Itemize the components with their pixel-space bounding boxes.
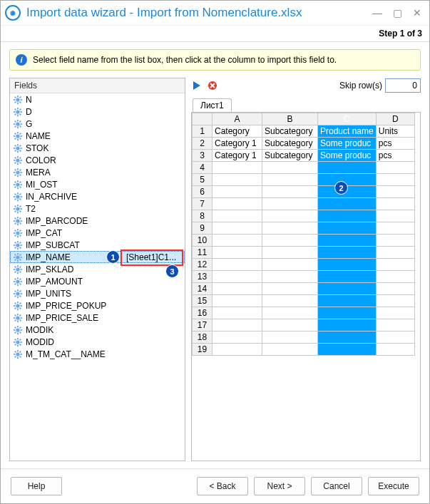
cell[interactable]: Subcategory (262, 125, 318, 138)
cell[interactable]: Category 1 (213, 138, 262, 150)
delete-icon[interactable] (207, 80, 218, 91)
table-row[interactable]: 18 (193, 331, 415, 344)
cell[interactable] (262, 271, 318, 283)
cell[interactable] (262, 198, 318, 210)
cell[interactable] (376, 307, 414, 319)
cell[interactable] (318, 222, 377, 235)
cell[interactable] (262, 331, 318, 344)
grid-corner[interactable] (193, 113, 213, 125)
cell[interactable] (376, 283, 414, 295)
table-row[interactable]: 8 (193, 210, 415, 222)
column-header-D[interactable]: D (376, 113, 414, 125)
cell[interactable] (318, 271, 377, 283)
cell[interactable] (213, 331, 262, 344)
field-row-imp_subcat[interactable]: IMP_SUBCAT (10, 239, 185, 251)
row-header[interactable]: 6 (193, 186, 213, 198)
row-header[interactable]: 13 (193, 271, 213, 283)
field-row-stok[interactable]: STOK (10, 142, 185, 154)
cell[interactable]: Category 1 (213, 150, 262, 162)
table-row[interactable]: 15 (193, 295, 415, 307)
row-header[interactable]: 11 (193, 247, 213, 259)
cell[interactable] (213, 162, 262, 174)
cell[interactable] (376, 259, 414, 271)
cell[interactable] (318, 235, 377, 247)
table-row[interactable]: 10 (193, 235, 415, 247)
cell[interactable] (262, 247, 318, 259)
cell[interactable]: Product name (318, 125, 377, 138)
sheet-tab-1[interactable]: Лист1 (193, 98, 232, 112)
table-row[interactable]: 6 (193, 186, 415, 198)
cell[interactable] (376, 247, 414, 259)
cell[interactable]: Category (213, 125, 262, 138)
cell[interactable] (376, 235, 414, 247)
table-row[interactable]: 12 (193, 259, 415, 271)
cell[interactable] (262, 210, 318, 222)
cell[interactable]: Subcategory (262, 150, 318, 162)
cell[interactable] (262, 222, 318, 235)
cell[interactable] (318, 186, 377, 198)
row-header[interactable]: 19 (193, 344, 213, 356)
field-row-d[interactable]: D (10, 106, 185, 118)
cell[interactable] (318, 295, 377, 307)
row-header[interactable]: 8 (193, 210, 213, 222)
cell[interactable] (376, 210, 414, 222)
cell[interactable] (262, 235, 318, 247)
cell[interactable] (376, 295, 414, 307)
field-row-imp_cat[interactable]: IMP_CAT (10, 227, 185, 239)
table-row[interactable]: 13 (193, 271, 415, 283)
field-row-g[interactable]: G (10, 118, 185, 130)
maximize-button[interactable]: ▢ (389, 5, 405, 21)
cell[interactable] (318, 344, 377, 356)
field-row-modik[interactable]: MODIK (10, 324, 185, 336)
field-row-imp_amount[interactable]: IMP_AMOUNT (10, 275, 185, 287)
row-header[interactable]: 18 (193, 331, 213, 344)
table-row[interactable]: 4 (193, 162, 415, 174)
field-row-imp_barcode[interactable]: IMP_BARCODE (10, 215, 185, 227)
table-row[interactable]: 19 (193, 344, 415, 356)
cell[interactable] (213, 344, 262, 356)
cell[interactable] (318, 307, 377, 319)
cell[interactable] (318, 331, 377, 344)
row-header[interactable]: 2 (193, 138, 213, 150)
field-row-t2[interactable]: T2 (10, 202, 185, 215)
table-row[interactable]: 14 (193, 283, 415, 295)
cell[interactable]: Subcategory (262, 138, 318, 150)
row-header[interactable]: 4 (193, 162, 213, 174)
field-row-in_archive[interactable]: IN_ARCHIVE (10, 190, 185, 202)
next-button[interactable]: Next > (254, 477, 305, 495)
row-header[interactable]: 12 (193, 259, 213, 271)
column-header-B[interactable]: B (262, 113, 318, 125)
cell[interactable] (318, 259, 377, 271)
cell[interactable] (318, 174, 377, 186)
cell[interactable] (376, 186, 414, 198)
field-row-mi_ost[interactable]: MI_OST (10, 178, 185, 190)
cell[interactable] (213, 235, 262, 247)
table-row[interactable]: 1CategorySubcategoryProduct nameUnits (193, 125, 415, 138)
cell[interactable] (376, 162, 414, 174)
table-row[interactable]: 5 (193, 174, 415, 186)
cell[interactable] (213, 319, 262, 331)
cell[interactable]: pcs (376, 138, 414, 150)
cell[interactable] (376, 222, 414, 235)
cell[interactable] (213, 174, 262, 186)
row-header[interactable]: 7 (193, 198, 213, 210)
cell[interactable]: pcs (376, 150, 414, 162)
cell[interactable]: Some produc (318, 138, 377, 150)
field-row-imp_price_pokup[interactable]: IMP_PRICE_POKUP (10, 299, 185, 312)
field-row-imp_name[interactable]: IMP_NAME[Sheet1]C1...1 (10, 251, 185, 263)
row-header[interactable]: 15 (193, 295, 213, 307)
cell[interactable] (318, 210, 377, 222)
cell[interactable] (376, 344, 414, 356)
table-row[interactable]: 2Category 1SubcategorySome producpcs (193, 138, 415, 150)
cell[interactable] (376, 331, 414, 344)
cell[interactable] (318, 283, 377, 295)
column-header-C[interactable]: C (318, 113, 377, 125)
cell[interactable] (262, 319, 318, 331)
skip-rows-input[interactable] (385, 78, 421, 93)
cell[interactable] (376, 319, 414, 331)
field-row-n[interactable]: N (10, 93, 185, 106)
row-header[interactable]: 16 (193, 307, 213, 319)
row-header[interactable]: 9 (193, 222, 213, 235)
cell[interactable] (213, 222, 262, 235)
table-row[interactable]: 16 (193, 307, 415, 319)
